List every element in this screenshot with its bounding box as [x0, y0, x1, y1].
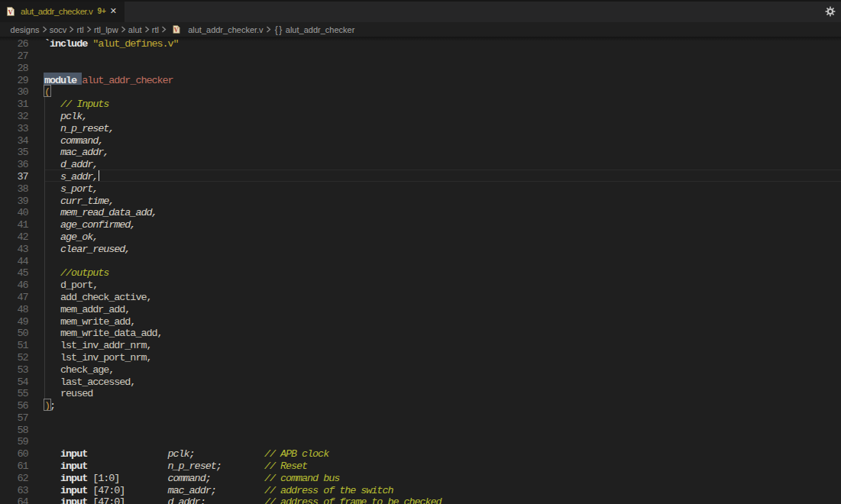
svg-text:V: V — [174, 27, 179, 34]
svg-text:V: V — [8, 8, 13, 15]
